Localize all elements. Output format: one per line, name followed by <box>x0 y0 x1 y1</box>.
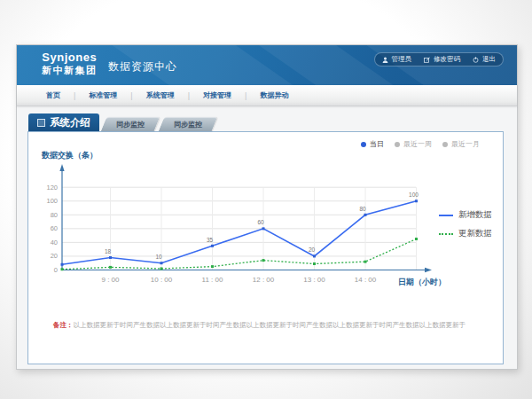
legend-label: 新增数据 <box>458 209 492 221</box>
y-tick: 40 <box>51 239 58 246</box>
nav-item-system[interactable]: 系统管理 <box>133 90 188 100</box>
tab-label: 系统介绍 <box>50 116 90 129</box>
tab-sync-monitor-1[interactable]: 同步监控 <box>104 117 157 131</box>
point-label: 60 <box>257 219 264 225</box>
brand-logo: Synjones 新中新集团 <box>42 51 98 76</box>
point-label: 18 <box>105 248 112 254</box>
app-window: Synjones 新中新集团 数据资源中心 管理员 修改密码 退出 首页 | 标… <box>16 44 518 370</box>
y-tick: 20 <box>51 252 58 260</box>
point-label: 20 <box>309 246 316 253</box>
change-password-link[interactable]: 修改密码 <box>434 55 460 64</box>
marker <box>211 245 214 247</box>
marker <box>160 262 163 264</box>
tab-icon <box>37 119 45 127</box>
logout-link[interactable]: 退出 <box>482 55 496 64</box>
series-更新数据 <box>62 239 417 270</box>
x-axis-title: 日期（小时） <box>398 277 446 288</box>
marker <box>61 263 64 266</box>
marker <box>109 256 112 259</box>
y-tick: 100 <box>46 197 58 205</box>
green-dotted-line-icon <box>439 233 453 235</box>
marker <box>313 262 316 265</box>
marker <box>211 265 214 268</box>
brand-logo-cn: 新中新集团 <box>42 65 98 76</box>
point-label: 10 <box>155 254 162 260</box>
point-label: 35 <box>207 237 214 243</box>
marker <box>109 266 112 269</box>
chart-panel: 当日 最近一周 最近一月 数据交换（条） 0204060801001209 : … <box>27 131 504 364</box>
y-tick: 120 <box>46 184 58 192</box>
point-label: 80 <box>359 206 366 212</box>
marker <box>262 259 265 262</box>
x-tick: 11 : 00 <box>202 276 223 284</box>
marker <box>313 254 316 257</box>
x-tick: 14 : 00 <box>355 276 377 284</box>
marker <box>61 268 64 270</box>
tab-label: 同步监控 <box>174 120 202 129</box>
main-nav: 首页 | 标准管理 | 系统管理 | 对接管理 | 数据异动 <box>17 85 517 106</box>
nav-item-standard[interactable]: 标准管理 <box>75 90 130 100</box>
marker <box>160 267 163 270</box>
legend-updated-data: 更新数据 <box>439 228 492 239</box>
tab-label: 同步监控 <box>116 120 145 129</box>
y-tick: 0 <box>54 266 58 274</box>
user-toolbar: 管理员 修改密码 退出 <box>374 52 505 66</box>
tab-bar: 系统介绍 同步监控 同步监控 <box>28 112 215 131</box>
point-label: 100 <box>409 192 419 198</box>
marker <box>415 200 418 202</box>
brand-logo-en: Synjones <box>42 51 98 65</box>
blue-line-icon <box>439 215 453 216</box>
nav-item-data-change[interactable]: 数据异动 <box>246 90 301 100</box>
user-name[interactable]: 管理员 <box>392 55 412 64</box>
legend-label: 更新数据 <box>458 228 492 239</box>
tab-system-intro[interactable]: 系统介绍 <box>28 113 99 131</box>
marker <box>415 238 418 240</box>
legend-new-data: 新增数据 <box>439 209 492 221</box>
y-tick: 80 <box>51 211 58 219</box>
nav-item-home[interactable]: 首页 <box>33 90 74 100</box>
user-icon <box>382 57 388 63</box>
footnote-text: 以上数据更新于时间产生数据以上数据更新于时间产生数据以上数据更新于时间产生数据以… <box>74 321 466 329</box>
x-tick: 12 : 00 <box>253 276 275 284</box>
marker <box>364 261 367 263</box>
content-area: 系统介绍 同步监控 同步监控 当日 最近一周 最近一月 数据交换（条 <box>17 106 517 368</box>
nav-item-integration[interactable]: 对接管理 <box>190 90 245 100</box>
tab-sync-monitor-2[interactable]: 同步监控 <box>161 117 215 131</box>
edit-password-icon <box>424 57 430 63</box>
x-tick: 13 : 00 <box>303 276 325 284</box>
footnote: 备注：以上数据更新于时间产生数据以上数据更新于时间产生数据以上数据更新于时间产生… <box>53 321 466 330</box>
page-title: 数据资源中心 <box>108 59 177 74</box>
logout-icon <box>473 57 479 63</box>
app-header: Synjones 新中新集团 数据资源中心 管理员 修改密码 退出 <box>17 45 517 85</box>
footnote-label: 备注： <box>53 321 74 329</box>
x-tick: 10 : 00 <box>151 276 173 284</box>
marker <box>262 227 265 230</box>
series-legend: 新增数据 更新数据 <box>439 209 492 246</box>
marker <box>364 214 367 216</box>
x-tick: 9 : 00 <box>101 276 120 284</box>
y-tick: 60 <box>51 224 58 232</box>
